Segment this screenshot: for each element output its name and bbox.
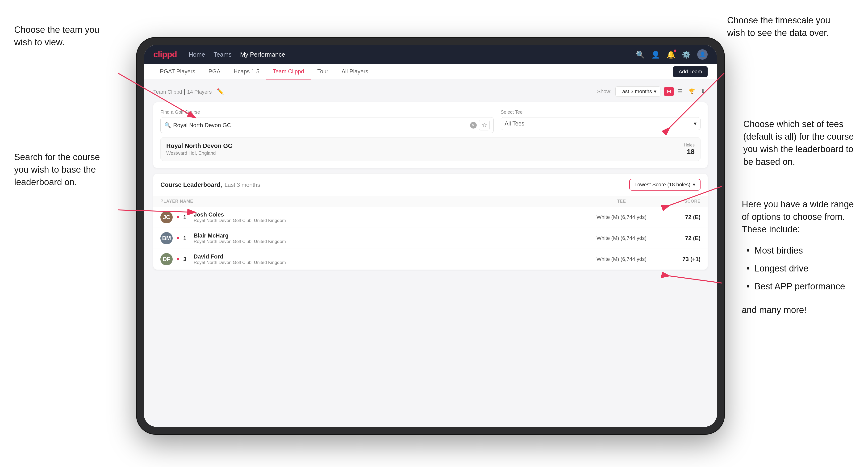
search-column: Find a Golf Course 🔍 ✕ ☆: [160, 110, 494, 133]
player-tee: White (M) (6,744 yds): [580, 214, 663, 220]
settings-icon[interactable]: ⚙️: [682, 51, 691, 59]
show-dropdown[interactable]: Last 3 months ▾: [615, 86, 660, 97]
holes-number: 18: [684, 148, 695, 156]
grid-view-icon[interactable]: ⊞: [664, 87, 674, 96]
rank-number: 1: [183, 214, 190, 220]
list-view-icon[interactable]: ☰: [676, 87, 685, 96]
show-label: Show:: [597, 88, 612, 95]
player-name: Blair McHarg: [194, 232, 286, 239]
heart-icon[interactable]: ♥: [177, 214, 180, 220]
search-row: Find a Golf Course 🔍 ✕ ☆ Select Tee All …: [160, 110, 701, 133]
add-team-button[interactable]: Add Team: [673, 66, 708, 77]
tab-tour[interactable]: Tour: [311, 64, 335, 80]
player-club: Royal North Devon Golf Club, United King…: [194, 239, 286, 244]
chevron-down-icon: ▾: [694, 120, 696, 127]
leaderboard-header: Course Leaderboard, Last 3 months Lowest…: [153, 174, 708, 196]
avatar: DF: [160, 253, 173, 266]
tab-team-clippd[interactable]: Team Clippd: [266, 64, 311, 80]
bell-icon[interactable]: 🔔: [666, 51, 675, 59]
col-score: SCORE: [663, 199, 701, 204]
team-header: Team Clippd | 14 Players ✏️ Show: Last 3…: [153, 86, 708, 97]
tab-pgat-players[interactable]: PGAT Players: [153, 64, 202, 80]
tee-column: Select Tee All Tees ▾: [501, 110, 701, 133]
nav-home[interactable]: Home: [189, 51, 205, 58]
player-name: Josh Coles: [194, 211, 286, 218]
trophy-icon[interactable]: 🏆: [687, 87, 696, 96]
sub-navigation: PGAT Players PGA Hcaps 1-5 Team Clippd T…: [144, 64, 717, 79]
holes-label: Holes: [684, 143, 695, 148]
user-icon[interactable]: 👤: [651, 51, 660, 59]
top-navigation: clippd Home Teams My Performance 🔍 👤 🔔 ⚙…: [144, 45, 717, 64]
player-score: 72 (E): [663, 235, 701, 242]
chevron-down-icon: ▾: [654, 88, 656, 95]
course-location: Westward Ho!, England: [166, 151, 232, 156]
player-info: BM ♥ 1 Blair McHarg Royal North Devon Go…: [160, 232, 580, 244]
show-controls: Show: Last 3 months ▾ ⊞ ☰ 🏆 ⬇: [597, 86, 708, 97]
nav-icons: 🔍 👤 🔔 ⚙️ 👤: [636, 49, 708, 60]
tablet-frame: clippd Home Teams My Performance 🔍 👤 🔔 ⚙…: [137, 38, 724, 434]
search-icon: 🔍: [164, 122, 171, 128]
course-name: Royal North Devon GC: [166, 142, 232, 150]
logo: clippd: [153, 50, 177, 59]
tab-pga[interactable]: PGA: [202, 64, 227, 80]
view-icons: ⊞ ☰ 🏆 ⬇: [664, 87, 708, 96]
nav-teams[interactable]: Teams: [214, 51, 231, 58]
annotation-bottom-right: Here you have a wide range of options to…: [742, 198, 854, 316]
col-tee: TEE: [580, 199, 663, 204]
clear-search-button[interactable]: ✕: [470, 122, 477, 129]
player-club: Royal North Devon Golf Club, United King…: [194, 260, 286, 265]
course-search-input-wrap: 🔍 ✕ ☆: [160, 117, 494, 133]
edit-icon[interactable]: ✏️: [217, 88, 224, 95]
heart-icon[interactable]: ♥: [177, 235, 180, 241]
score-type-dropdown[interactable]: Lowest Score (18 holes) ▾: [629, 179, 701, 191]
avatar: JC: [160, 211, 173, 223]
sub-nav-tabs: PGAT Players PGA Hcaps 1-5 Team Clippd T…: [153, 64, 673, 79]
select-tee-label: Select Tee: [501, 110, 701, 115]
download-icon[interactable]: ⬇: [698, 87, 708, 96]
col-player-name: PLAYER NAME: [160, 199, 580, 204]
team-title: Team Clippd | 14 Players: [153, 88, 212, 95]
tee-dropdown[interactable]: All Tees ▾: [501, 117, 701, 130]
avatar: BM: [160, 232, 173, 244]
table-row: JC ♥ 1 Josh Coles Royal North Devon Golf…: [153, 207, 708, 228]
heart-icon[interactable]: ♥: [177, 256, 180, 262]
annotation-middle-right: Choose which set of tees (default is all…: [743, 118, 854, 168]
avatar[interactable]: 👤: [697, 49, 708, 60]
player-details: David Ford Royal North Devon Golf Club, …: [194, 253, 286, 265]
course-result[interactable]: Royal North Devon GC Westward Ho!, Engla…: [160, 137, 701, 161]
player-info: JC ♥ 1 Josh Coles Royal North Devon Golf…: [160, 211, 580, 223]
course-info: Royal North Devon GC Westward Ho!, Engla…: [166, 142, 232, 156]
tab-all-players[interactable]: All Players: [335, 64, 375, 80]
annotation-top-left: Choose the team you wish to view.: [14, 24, 99, 49]
rank-number: 3: [183, 256, 190, 262]
course-search-input[interactable]: [173, 122, 468, 129]
favourite-icon[interactable]: ☆: [479, 120, 490, 130]
nav-my-performance[interactable]: My Performance: [240, 51, 285, 58]
chevron-down-icon: ▾: [693, 182, 695, 188]
player-score: 73 (+1): [663, 256, 701, 262]
tablet-screen: clippd Home Teams My Performance 🔍 👤 🔔 ⚙…: [144, 45, 717, 427]
course-holes: Holes 18: [684, 143, 695, 156]
table-row: DF ♥ 3 David Ford Royal North Devon Golf…: [153, 249, 708, 270]
annotation-bottom-left: Search for the course you wish to base t…: [14, 151, 100, 189]
leaderboard-table-header: PLAYER NAME TEE SCORE: [153, 196, 708, 207]
player-name: David Ford: [194, 253, 286, 260]
tab-hcaps[interactable]: Hcaps 1-5: [227, 64, 266, 80]
table-row: BM ♥ 1 Blair McHarg Royal North Devon Go…: [153, 228, 708, 249]
find-course-label: Find a Golf Course: [160, 110, 494, 115]
search-icon[interactable]: 🔍: [636, 51, 645, 59]
nav-links: Home Teams My Performance: [189, 51, 626, 58]
player-tee: White (M) (6,744 yds): [580, 235, 663, 241]
annotation-top-right: Choose the timescale you wish to see the…: [727, 14, 830, 39]
player-info: DF ♥ 3 David Ford Royal North Devon Golf…: [160, 253, 580, 266]
leaderboard-title: Course Leaderboard, Last 3 months: [160, 181, 260, 188]
course-search-card: Find a Golf Course 🔍 ✕ ☆ Select Tee All …: [153, 102, 708, 168]
main-content: Team Clippd | 14 Players ✏️ Show: Last 3…: [144, 79, 717, 427]
leaderboard-card: Course Leaderboard, Last 3 months Lowest…: [153, 174, 708, 270]
player-tee: White (M) (6,744 yds): [580, 256, 663, 262]
player-details: Josh Coles Royal North Devon Golf Club, …: [194, 211, 286, 223]
player-club: Royal North Devon Golf Club, United King…: [194, 218, 286, 223]
player-details: Blair McHarg Royal North Devon Golf Club…: [194, 232, 286, 244]
rank-number: 1: [183, 235, 190, 242]
player-score: 72 (E): [663, 214, 701, 220]
